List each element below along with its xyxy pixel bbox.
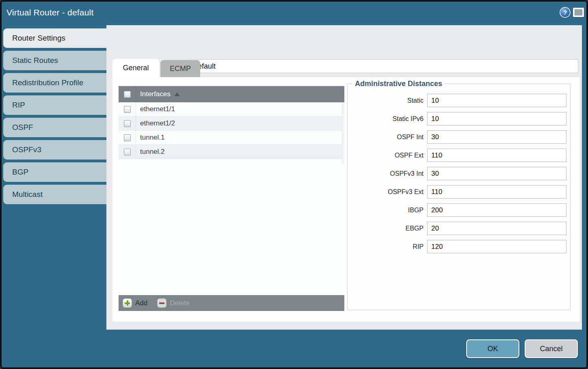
row-checkbox-cell bbox=[119, 145, 136, 159]
cancel-button-label: Cancel bbox=[540, 345, 562, 353]
sidebar-item-ospfv3[interactable]: OSPFv3 bbox=[3, 140, 106, 160]
interfaces-table: Interfaces ethernet1/1 ethernet1/2 bbox=[119, 86, 344, 311]
admin-field-row: OSPFv3 Ext bbox=[348, 185, 566, 199]
ospfv3-ext-label: OSPFv3 Ext bbox=[388, 188, 424, 196]
tab-ecmp[interactable]: ECMP bbox=[160, 60, 200, 77]
sidebar-item-redistribution-profile[interactable]: Redistribution Profile bbox=[3, 73, 106, 93]
ok-button[interactable]: OK bbox=[466, 339, 519, 358]
help-glyph: ? bbox=[563, 9, 567, 16]
admin-field-row: OSPF Int bbox=[348, 130, 566, 144]
name-input[interactable] bbox=[189, 59, 578, 73]
row-checkbox[interactable] bbox=[124, 120, 131, 127]
row-checkbox[interactable] bbox=[124, 106, 131, 113]
sidebar-item-bgp[interactable]: BGP bbox=[3, 162, 106, 182]
ospf-ext-label: OSPF Ext bbox=[395, 152, 424, 159]
admin-field-row: RIP bbox=[348, 240, 566, 253]
add-button-label: Add bbox=[135, 299, 147, 307]
select-all-checkbox[interactable] bbox=[124, 91, 131, 98]
delete-button-label: Delete bbox=[170, 299, 190, 307]
row-checkbox-cell bbox=[119, 117, 136, 130]
sidebar: Router Settings Static Routes Redistribu… bbox=[3, 28, 106, 207]
row-checkbox[interactable] bbox=[124, 149, 131, 155]
ospfv3-ext-input[interactable] bbox=[427, 185, 566, 199]
sidebar-item-label: OSPFv3 bbox=[12, 145, 41, 154]
static-input[interactable] bbox=[427, 94, 566, 107]
delete-minus-icon bbox=[157, 298, 166, 308]
ospfv3-int-label: OSPFv3 Int bbox=[390, 170, 424, 177]
admin-field-row: OSPFv3 Int bbox=[348, 167, 566, 180]
admin-field-row: OSPF Ext bbox=[348, 149, 566, 162]
ebgp-input[interactable] bbox=[427, 222, 566, 235]
dialog-title: Virtual Router - default bbox=[6, 0, 94, 25]
interfaces-table-body: ethernet1/1 ethernet1/2 tunnel.1 tunnel.… bbox=[119, 102, 344, 295]
header-checkbox-cell bbox=[119, 86, 136, 102]
ospf-int-label: OSPF Int bbox=[397, 134, 424, 141]
row-checkbox[interactable] bbox=[124, 134, 131, 141]
sidebar-item-label: Redistribution Profile bbox=[12, 78, 83, 87]
general-tab-panel: Interfaces ethernet1/1 ethernet1/2 bbox=[112, 77, 580, 322]
ospf-int-input[interactable] bbox=[427, 130, 566, 144]
ospf-ext-input[interactable] bbox=[427, 149, 566, 162]
sidebar-item-label: RIP bbox=[12, 101, 25, 110]
admin-field-row: IBGP bbox=[348, 203, 566, 217]
static-ipv6-label: Static IPv6 bbox=[393, 115, 424, 123]
static-ipv6-input[interactable] bbox=[427, 112, 566, 125]
rip-input[interactable] bbox=[427, 240, 566, 253]
interface-name: tunnel.1 bbox=[136, 134, 165, 142]
table-row[interactable]: ethernet1/1 bbox=[119, 102, 344, 117]
table-row[interactable]: tunnel.1 bbox=[119, 131, 344, 145]
cancel-button[interactable]: Cancel bbox=[525, 339, 578, 358]
row-checkbox-cell bbox=[119, 131, 136, 145]
sidebar-item-rip[interactable]: RIP bbox=[3, 95, 106, 115]
interface-name: ethernet1/1 bbox=[136, 105, 175, 113]
administrative-distances-title: Administrative Distances bbox=[352, 80, 445, 88]
table-row[interactable]: ethernet1/2 bbox=[119, 117, 344, 131]
sidebar-item-label: Static Routes bbox=[12, 56, 58, 65]
sort-ascending-icon bbox=[174, 93, 180, 96]
delete-button[interactable]: Delete bbox=[157, 298, 190, 308]
help-icon[interactable]: ? bbox=[560, 7, 571, 18]
restore-window-icon[interactable] bbox=[573, 8, 584, 17]
row-checkbox-cell bbox=[119, 102, 136, 116]
restore-window-icon-inner bbox=[575, 9, 582, 15]
admin-field-row: Static IPv6 bbox=[348, 112, 566, 125]
sidebar-item-router-settings[interactable]: Router Settings bbox=[3, 28, 106, 48]
sidebar-item-static-routes[interactable]: Static Routes bbox=[3, 51, 106, 70]
administrative-distances-fieldset: Administrative Distances Static Static I… bbox=[347, 80, 571, 310]
static-label: Static bbox=[407, 97, 424, 104]
admin-field-row: Static bbox=[348, 94, 566, 107]
table-row[interactable]: tunnel.2 bbox=[119, 145, 344, 159]
add-button[interactable]: Add bbox=[123, 298, 147, 308]
ok-button-label: OK bbox=[487, 345, 498, 353]
sidebar-item-label: Router Settings bbox=[12, 34, 65, 43]
table-footer-bar: Add Delete bbox=[119, 295, 344, 311]
sidebar-item-multicast[interactable]: Multicast bbox=[3, 185, 106, 204]
tab-general[interactable]: General bbox=[112, 59, 159, 77]
ospfv3-int-input[interactable] bbox=[427, 167, 566, 180]
tab-label: General bbox=[123, 64, 149, 72]
sidebar-item-ospf[interactable]: OSPF bbox=[3, 118, 106, 137]
interface-name: ethernet1/2 bbox=[136, 119, 175, 127]
sidebar-item-label: OSPF bbox=[12, 123, 33, 132]
admin-field-row: EBGP bbox=[348, 222, 566, 235]
ebgp-label: EBGP bbox=[406, 225, 424, 232]
interface-name: tunnel.2 bbox=[136, 148, 165, 156]
sidebar-item-label: Multicast bbox=[12, 190, 43, 199]
interfaces-header-label: Interfaces bbox=[140, 90, 171, 98]
rip-label: RIP bbox=[413, 243, 424, 250]
virtual-router-dialog: Virtual Router - default ? Router Settin… bbox=[0, 0, 588, 369]
tab-label: ECMP bbox=[170, 65, 191, 73]
ibgp-input[interactable] bbox=[427, 203, 566, 217]
ibgp-label: IBGP bbox=[408, 207, 424, 214]
sidebar-item-label: BGP bbox=[12, 168, 28, 177]
add-plus-icon bbox=[123, 298, 132, 308]
content-area: Name General ECMP Interfaces bbox=[106, 25, 582, 330]
interfaces-column-header[interactable]: Interfaces bbox=[119, 86, 344, 102]
table-scrollbar[interactable] bbox=[342, 102, 344, 164]
